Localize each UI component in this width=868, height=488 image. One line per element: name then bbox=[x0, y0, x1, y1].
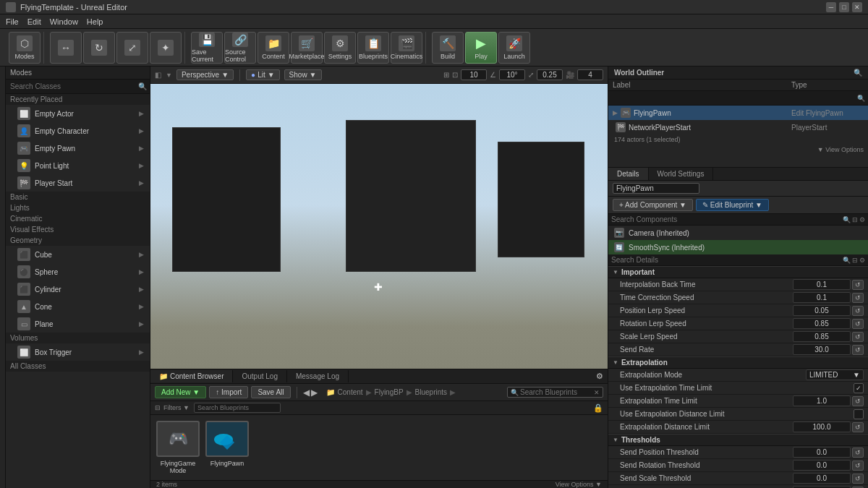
cinematics-button[interactable]: 🎬 Cinematics bbox=[391, 32, 422, 64]
outliner-item-flying-pawn[interactable]: ▶ 🎮 FlyingPawn Edit FlyingPawn bbox=[608, 106, 868, 120]
list-item[interactable]: ⬜ Box Trigger ▶ bbox=[6, 343, 150, 361]
maximize-button[interactable]: □ bbox=[839, 2, 849, 12]
extrapolation-dist-checkbox[interactable] bbox=[854, 409, 864, 419]
angle-snap-toggle[interactable]: ∠ bbox=[490, 71, 496, 79]
section-extrapolation[interactable]: Extrapolation bbox=[608, 356, 868, 369]
section-important[interactable]: Important bbox=[608, 266, 868, 278]
list-item[interactable]: ⚫ Sphere ▶ bbox=[6, 263, 150, 281]
settings-icon[interactable]: ⚙ bbox=[859, 216, 865, 223]
launch-button[interactable]: 🚀 Launch bbox=[498, 32, 530, 64]
list-item[interactable]: 💡 Point Light ▶ bbox=[6, 157, 150, 174]
menu-edit[interactable]: Edit bbox=[27, 17, 41, 26]
section-thresholds[interactable]: Thresholds bbox=[608, 434, 868, 446]
details-scroll[interactable]: Important Interpolation Back Time 0.1 ↺ … bbox=[608, 266, 868, 488]
outliner-item-network-player[interactable]: 🏁 NetworkPlayerStart PlayerStart bbox=[608, 120, 868, 134]
modes-button[interactable]: ⬡ Modes bbox=[9, 32, 41, 64]
extrapolation-time-checkbox[interactable]: ✓ bbox=[854, 383, 864, 393]
list-item[interactable]: ⬛ Cylinder ▶ bbox=[6, 281, 150, 298]
reset-btn[interactable]: ↺ bbox=[852, 396, 864, 406]
nav-back[interactable]: ◀ bbox=[303, 388, 310, 398]
filters-button[interactable]: Filters ▼ bbox=[163, 404, 190, 411]
list-item[interactable]: ⬜ Empty Actor ▶ bbox=[6, 105, 150, 122]
marketplace-button[interactable]: 🛒 Marketplace bbox=[291, 32, 323, 64]
all-classes-header[interactable]: All Classes bbox=[6, 361, 150, 372]
actor-name-input[interactable] bbox=[613, 183, 699, 194]
lights-header[interactable]: Lights bbox=[6, 202, 150, 213]
tab-details[interactable]: Details bbox=[608, 168, 649, 180]
visual-effects-header[interactable]: Visual Effects bbox=[6, 224, 150, 235]
lock-content-button[interactable]: 🔒 bbox=[593, 403, 603, 413]
source-control-button[interactable]: 🔗 Source Control bbox=[224, 32, 256, 64]
import-button[interactable]: ↑ Import bbox=[209, 386, 248, 398]
detail-settings-icon[interactable]: ⚙ bbox=[859, 257, 865, 264]
reset-btn[interactable]: ↺ bbox=[852, 345, 864, 355]
scale-snap-toggle[interactable]: ⤢ bbox=[528, 71, 534, 79]
bottom-panel-options-icon[interactable]: ⚙ bbox=[592, 369, 608, 383]
reset-btn[interactable]: ↺ bbox=[852, 448, 864, 458]
list-item[interactable]: 👤 Empty Character ▶ bbox=[6, 122, 150, 140]
search-details-input[interactable] bbox=[611, 256, 843, 264]
menu-window[interactable]: Window bbox=[50, 17, 78, 26]
tab-world-settings[interactable]: World Settings bbox=[649, 168, 714, 180]
transform-button[interactable]: ✦ bbox=[150, 32, 182, 64]
reset-btn[interactable]: ↺ bbox=[852, 422, 864, 432]
reset-btn[interactable]: ↺ bbox=[852, 280, 864, 290]
perspective-button[interactable]: Perspective ▼ bbox=[176, 69, 234, 80]
list-item[interactable]: 🎮 Empty Pawn ▶ bbox=[6, 140, 150, 157]
content-item-flying-game-mode[interactable]: 🎮 FlyingGameMode bbox=[156, 421, 200, 474]
reset-btn[interactable]: ↺ bbox=[852, 293, 864, 303]
add-new-button[interactable]: Add New ▼ bbox=[155, 386, 206, 398]
rotate-button[interactable]: ↻ bbox=[83, 32, 115, 64]
reset-btn[interactable]: ↺ bbox=[852, 474, 864, 484]
volumes-header[interactable]: Volumes bbox=[6, 333, 150, 343]
list-item[interactable]: ▲ Cone ▶ bbox=[6, 298, 150, 315]
translate-button[interactable]: ↔ bbox=[50, 32, 82, 64]
component-item-smoothsync[interactable]: 🔄 SmoothSync (Inherited) bbox=[608, 240, 868, 254]
grid-snap-toggle[interactable]: ⊡ bbox=[452, 71, 458, 79]
minimize-button[interactable]: ─ bbox=[826, 2, 836, 12]
edit-blueprint-button[interactable]: ✎ Edit Blueprint ▼ bbox=[696, 199, 769, 211]
content-search-input[interactable] bbox=[520, 388, 592, 396]
detail-filter-icon[interactable]: ⊟ bbox=[852, 257, 858, 264]
content-button[interactable]: 📁 Content bbox=[258, 32, 289, 64]
outliner-search-input[interactable] bbox=[611, 94, 857, 102]
list-item[interactable]: 🏁 Player Start ▶ bbox=[6, 174, 150, 192]
list-item[interactable]: ⬛ Cube ▶ bbox=[6, 246, 150, 263]
breadcrumb-content[interactable]: Content bbox=[338, 388, 363, 396]
nav-forward[interactable]: ▶ bbox=[311, 388, 318, 398]
breadcrumb-blueprints[interactable]: Blueprints bbox=[415, 388, 447, 396]
reset-btn[interactable]: ↺ bbox=[852, 319, 864, 329]
lit-button[interactable]: ● Lit ▼ bbox=[246, 69, 280, 80]
search-classes-input[interactable] bbox=[9, 81, 138, 92]
reset-btn[interactable]: ↺ bbox=[852, 332, 864, 342]
list-item[interactable]: ▭ Plane ▶ bbox=[6, 315, 150, 333]
tab-message-log[interactable]: Message Log bbox=[287, 370, 349, 382]
view-options-button[interactable]: View Options ▼ bbox=[556, 481, 602, 488]
menu-file[interactable]: File bbox=[6, 17, 19, 26]
close-button[interactable]: ✕ bbox=[852, 2, 862, 12]
content-item-flying-pawn[interactable]: FlyingPawn bbox=[205, 421, 249, 474]
reset-btn[interactable]: ↺ bbox=[852, 461, 864, 471]
filter-search-input[interactable] bbox=[194, 403, 281, 413]
view-options-button[interactable]: ▼ View Options bbox=[817, 146, 864, 153]
geometry-header[interactable]: Geometry bbox=[6, 235, 150, 246]
basic-header[interactable]: Basic bbox=[6, 192, 150, 202]
settings-button[interactable]: ⚙ Settings bbox=[324, 32, 356, 64]
tab-content-browser[interactable]: 📁 Content Browser bbox=[150, 370, 233, 382]
search-outliner-icon[interactable]: 🔍 bbox=[854, 69, 862, 77]
search-components-input[interactable] bbox=[611, 215, 843, 223]
extrapolation-mode-dropdown[interactable]: LIMITED ▼ bbox=[806, 369, 864, 380]
recently-placed-header[interactable]: Recently Placed bbox=[6, 94, 150, 105]
show-button[interactable]: Show ▼ bbox=[284, 69, 322, 80]
save-current-button[interactable]: 💾 Save Current bbox=[191, 32, 223, 64]
play-button[interactable]: ▶ Play bbox=[465, 32, 497, 64]
add-component-button[interactable]: + Add Component ▼ bbox=[613, 199, 693, 211]
build-button[interactable]: 🔨 Build bbox=[432, 32, 464, 64]
blueprints-button[interactable]: 📋 Blueprints bbox=[357, 32, 389, 64]
menu-help[interactable]: Help bbox=[87, 17, 103, 26]
scale-button[interactable]: ⤢ bbox=[116, 32, 148, 64]
breadcrumb-flyingbp[interactable]: FlyingBP bbox=[375, 388, 404, 396]
filter-icon[interactable]: ⊟ bbox=[852, 216, 858, 223]
save-all-button[interactable]: Save All bbox=[251, 386, 290, 398]
reset-btn[interactable]: ↺ bbox=[852, 306, 864, 316]
